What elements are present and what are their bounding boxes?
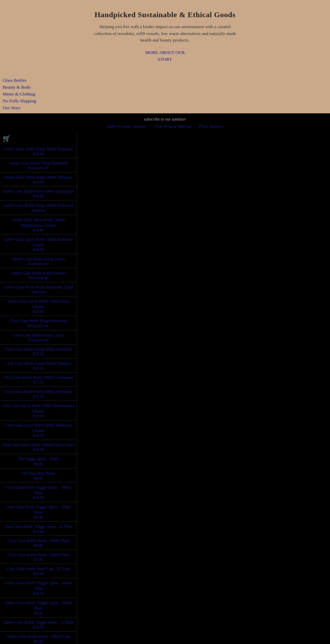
- product-sold-out: Sold Out: [1, 208, 75, 213]
- product-price: $16.00: [1, 180, 75, 184]
- product-item[interactable]: Amber Glass Bottle Trigger Spray - 500ml…: [0, 578, 77, 598]
- product-item[interactable]: Amber Glass Bottle Pump LotionFrom $14.0…: [0, 254, 77, 268]
- product-name: Amber Glass Bottle Pump Handwash: [1, 160, 75, 166]
- product-name: Amber Glass Bottle Trigger Spray - 300ml…: [1, 600, 75, 611]
- product-price: $7.00: [1, 557, 75, 562]
- product-name: Amber Glass Bottle Foam Handwash 250ml: [1, 284, 75, 290]
- product-price: $18.00: [1, 309, 75, 314]
- product-item[interactable]: Amber Glass Bottle Trigger Spray - 1L Pl…: [0, 618, 77, 632]
- product-item[interactable]: Clear Glass Bottle Pump 500ml Conditione…: [0, 373, 77, 387]
- product-price: $19.50: [1, 414, 75, 418]
- cart-icon-row: 🛒: [0, 133, 77, 144]
- product-item[interactable]: Clear Glass Bottle Trigger Spray - 300ml…: [0, 502, 77, 522]
- product-name: Amber Glass Spray Bottle 500ml Glass Cle…: [1, 298, 75, 309]
- main-content: [77, 131, 330, 644]
- hero-story-link[interactable]: MORE ABOUT OURSTORY: [14, 49, 316, 64]
- sidebar: 🛒 Amber Glass Bottle Pump 500ml Dishwash…: [0, 131, 77, 644]
- product-price: $16.00: [1, 194, 75, 198]
- product-name: Amber Glass Bottle Pump 500ml Dishwash: [1, 146, 75, 152]
- product-name: Amber Glass Bottle Pump 500ml Bodywash: [1, 203, 75, 208]
- product-name: Clear Glass Bottle Pump Handwash: [1, 318, 75, 324]
- main-layout: 🛒 Amber Glass Bottle Pump 500ml Dishwash…: [0, 131, 330, 644]
- product-item[interactable]: The Tear Drop Pump$4.00: [0, 468, 77, 483]
- product-price: $4.00: [1, 476, 75, 480]
- product-item[interactable]: Amber Glass Bottle Hand SanitiserFrom $1…: [0, 268, 77, 282]
- product-item[interactable]: Amber Glass Bottle Pump - 500ml Plain$9.…: [0, 632, 77, 644]
- product-item[interactable]: The Trigger Spray - Black$6.00: [0, 454, 77, 468]
- product-price: $19.50: [1, 433, 75, 438]
- product-price: $12.00: [1, 591, 75, 596]
- hero-title: Handpicked Sustainable & Ethical Goods: [14, 10, 316, 19]
- product-name: Amber Glass Bottle Pump - 500ml Plain: [1, 634, 75, 639]
- product-item[interactable]: Clear Glass Spray Bottle 500ml Multipurp…: [0, 401, 77, 420]
- product-price: $18.00: [1, 248, 75, 252]
- sanitiser-tab-row: Amber Printed Sanitiser Clear Printed Sa…: [107, 124, 223, 129]
- sanitiser-tabs: subscribe to our sanitiser Amber Printed…: [0, 113, 330, 131]
- product-item[interactable]: Clear Glass Bottle Pump - 500ml Plain$9.…: [0, 536, 77, 550]
- product-price: $12.00: [1, 572, 75, 576]
- product-item[interactable]: Amber Glass Bottle Pump 500ml BodywashSo…: [0, 201, 77, 215]
- product-item[interactable]: Amber Glass Spray Bottle 500ml Glass Cle…: [0, 296, 77, 316]
- product-name: Clear Glass Bottle Trigger Spray - 1L Pl…: [1, 524, 75, 529]
- nav-mens-clothing[interactable]: Mems & Clothing: [3, 91, 330, 98]
- product-name: Amber Glass Bottle Pump 500ml Conditione…: [1, 189, 75, 194]
- product-name: Clear Glass Spray Bottle 500ml Glass Cle…: [1, 442, 75, 448]
- nav-our-story[interactable]: Our Story: [3, 104, 330, 111]
- product-name: Amber Glass Bottle Trigger Spray - 500ml…: [1, 580, 75, 591]
- product-item[interactable]: Clear Glass Bottle Pump LotionFrom $15.0…: [0, 330, 77, 344]
- product-name: Clear Glass Bottle Pump - 500ml Plain: [1, 538, 75, 543]
- product-item[interactable]: Amber Glass Spray Bottle 500ml Multipurp…: [0, 215, 77, 235]
- product-name: Clear Glass Bottle Pump 500ml Conditione…: [1, 375, 75, 380]
- product-name: Amber Glass Bottle Trigger Spray - 1L Pl…: [1, 620, 75, 625]
- product-item[interactable]: Clear Glass Bottle Pump - 300ml Plain$7.…: [0, 550, 77, 564]
- product-item[interactable]: Clear Glass Spray Bottle 500ml Bathroom …: [0, 420, 77, 440]
- product-item[interactable]: Amber Glass Bottle Foam Handwash 250mlSo…: [0, 282, 77, 296]
- product-item[interactable]: Amber Glass Bottle Pump HandwashFrom $14…: [0, 158, 77, 172]
- nav-glass-bottles[interactable]: Glass Bottles: [3, 77, 330, 84]
- product-item[interactable]: Amber Glass Bottle Pump 500ml Conditione…: [0, 187, 77, 201]
- product-name: Clear Glass Bottle Trigger Spray - 300ml…: [1, 504, 75, 515]
- product-name: Amber Glass Bottle Hand Sanitiser: [1, 270, 75, 276]
- tab-plain[interactable]: Plain Sanitiser: [199, 124, 223, 129]
- product-item[interactable]: Clear Glass Bottle Pump 500ml Shampoo$17…: [0, 359, 77, 373]
- product-price: From $14.00: [1, 262, 75, 266]
- product-price: $16.00: [1, 152, 75, 156]
- product-item[interactable]: Clear Glass Bottle Metal Cap - 1L Plain$…: [0, 564, 77, 578]
- product-name: Amber Glass Spray Bottle 500ml Multipurp…: [1, 217, 75, 228]
- product-item[interactable]: Amber Glass Spray Bottle 500ml Bathroom …: [0, 235, 77, 254]
- cart-icon[interactable]: 🛒: [3, 135, 10, 142]
- product-item[interactable]: Clear Glass Bottle Pump 500ml Bodywash$1…: [0, 387, 77, 401]
- product-item[interactable]: Clear Glass Spray Bottle 500ml Glass Cle…: [0, 440, 77, 454]
- product-name: Clear Glass Bottle Pump - 300ml Plain: [1, 552, 75, 557]
- product-name: Clear Glass Spray Bottle 500ml Multipurp…: [1, 403, 75, 414]
- nav-shipping[interactable]: No Frills Shipping: [3, 98, 330, 104]
- tab-amber-printed[interactable]: Amber Printed Sanitiser: [107, 124, 147, 129]
- sanitiser-title: subscribe to our sanitiser: [144, 117, 186, 122]
- product-item[interactable]: Clear Glass Bottle Trigger Spray - 1L Pl…: [0, 522, 77, 536]
- product-price: $17.50: [1, 394, 75, 398]
- product-item[interactable]: Clear Glass Bottle Trigger Spray - 500ml…: [0, 483, 77, 502]
- nav-links: Glass Bottles Beauty & Body Mems & Cloth…: [0, 75, 330, 113]
- product-name: Clear Glass Bottle Metal Cap - 1L Plain: [1, 566, 75, 572]
- hero-section: Handpicked Sustainable & Ethical Goods H…: [0, 0, 330, 74]
- product-price: From $14.00: [1, 166, 75, 170]
- product-item[interactable]: Amber Glass Bottle Pump 500ml Shampoo$16…: [0, 172, 77, 187]
- product-name: Amber Glass Spray Bottle 500ml Bathroom …: [1, 237, 75, 248]
- product-name: Clear Glass Bottle Pump Lotion: [1, 332, 75, 338]
- product-name: The Trigger Spray - Black: [1, 456, 75, 462]
- product-item[interactable]: Clear Glass Bottle Pump HandwashFrom $15…: [0, 316, 77, 330]
- product-price: $9.50: [1, 515, 75, 519]
- product-price: $17.50: [1, 352, 75, 356]
- product-price: $15.00: [1, 625, 75, 629]
- hero-description: Helping you live with a kinder impact on…: [93, 23, 237, 44]
- product-item[interactable]: Amber Glass Bottle Trigger Spray - 300ml…: [0, 598, 77, 618]
- nav-beauty-body[interactable]: Beauty & Body: [3, 84, 330, 91]
- tab-clear-printed[interactable]: Clear Printed Sanitiser: [153, 124, 192, 129]
- product-item[interactable]: Clear Glass Bottle Pump 500ml Dishwash$1…: [0, 344, 77, 359]
- product-price: $9.00: [1, 543, 75, 547]
- product-name: Clear Glass Spray Bottle 500ml Bathroom …: [1, 422, 75, 433]
- product-price: From $15.00: [1, 324, 75, 328]
- product-price: $15.00: [1, 529, 75, 533]
- product-item[interactable]: Amber Glass Bottle Pump 500ml Dishwash$1…: [0, 144, 77, 158]
- product-price: From $15.00: [1, 338, 75, 342]
